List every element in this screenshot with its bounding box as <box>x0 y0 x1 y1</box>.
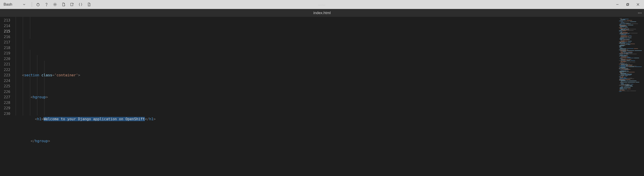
line-number: 214 <box>0 23 14 29</box>
line-gutter[interactable]: 2132142152162172182192202212222232242252… <box>0 17 14 176</box>
line-number: 225 <box>0 84 14 89</box>
help-icon <box>44 2 49 7</box>
minimize-icon <box>616 3 619 6</box>
svg-rect-9 <box>627 3 629 5</box>
code-line: <section class='container'> <box>14 73 617 78</box>
shell-name: Bash <box>4 2 12 7</box>
indent-guide <box>44 61 44 116</box>
line-number: 229 <box>0 105 14 111</box>
close-icon <box>636 3 640 6</box>
line-number: 216 <box>0 34 14 40</box>
svg-rect-4 <box>71 3 73 6</box>
code-content[interactable]: <section class='container'> <hgroup> <h1… <box>14 17 617 176</box>
line-number: 228 <box>0 100 14 106</box>
power-icon <box>36 2 40 7</box>
line-number: 219 <box>0 51 14 56</box>
line-number: 215 <box>0 29 14 34</box>
new-file-icon <box>61 2 66 7</box>
line-number: 218 <box>0 45 14 51</box>
code-line: <hgroup> <box>14 94 617 100</box>
svg-point-13 <box>640 13 640 13</box>
shell-selector[interactable]: Bash <box>2 2 28 7</box>
line-number: 226 <box>0 89 14 95</box>
editor-tab-bar: index.html <box>0 9 644 17</box>
maximize-icon <box>626 3 630 6</box>
indent-guide <box>30 17 30 39</box>
help-button[interactable] <box>43 1 50 8</box>
svg-point-3 <box>54 4 56 5</box>
line-number: 217 <box>0 40 14 45</box>
new-untitled-icon <box>70 2 74 7</box>
line-number: 221 <box>0 62 14 67</box>
indent-guide <box>23 17 23 116</box>
indent-guide <box>37 55 37 116</box>
braces-icon <box>78 2 83 7</box>
svg-point-14 <box>641 13 642 13</box>
svg-point-12 <box>638 13 639 13</box>
go-to-file-icon <box>87 2 91 7</box>
braces-button[interactable] <box>77 1 84 8</box>
line-number: 224 <box>0 78 14 84</box>
line-number: 230 <box>0 111 14 117</box>
editor-area: 2132142152162172182192202212222232242252… <box>0 17 644 176</box>
code-line: </hgroup> <box>14 138 617 144</box>
code-line <box>14 160 617 166</box>
line-number: 213 <box>0 18 14 23</box>
divider <box>32 2 32 7</box>
maximize-button[interactable] <box>622 1 633 8</box>
svg-point-2 <box>46 6 47 6</box>
chevron-down-icon <box>22 3 26 6</box>
line-number: 220 <box>0 56 14 62</box>
more-horizontal-icon <box>637 11 642 16</box>
minimap[interactable] <box>617 17 644 176</box>
go-to-file-button[interactable] <box>85 1 93 8</box>
minimize-button[interactable] <box>612 1 622 8</box>
settings-button[interactable] <box>51 1 59 8</box>
title-bar-left: Bash <box>2 1 93 8</box>
code-line-current: <h1>Welcome to your Django application o… <box>14 116 617 122</box>
line-number: 222 <box>0 67 14 73</box>
close-button[interactable] <box>633 1 643 8</box>
indent-guide <box>30 50 30 116</box>
svg-rect-8 <box>626 4 628 6</box>
line-number: 223 <box>0 73 14 78</box>
line-number: 227 <box>0 94 14 100</box>
selected-text: Welcome to your Django application on Op… <box>44 117 145 121</box>
new-file-button[interactable] <box>60 1 67 8</box>
window-controls <box>612 1 643 8</box>
tab-more-button[interactable] <box>637 11 642 16</box>
power-button[interactable] <box>34 1 42 8</box>
indent-guide <box>16 17 16 116</box>
tab-filename[interactable]: index.html <box>313 11 330 15</box>
new-untitled-button[interactable] <box>68 1 76 8</box>
title-bar: Bash ······ <box>0 0 644 9</box>
gear-icon <box>53 2 57 7</box>
